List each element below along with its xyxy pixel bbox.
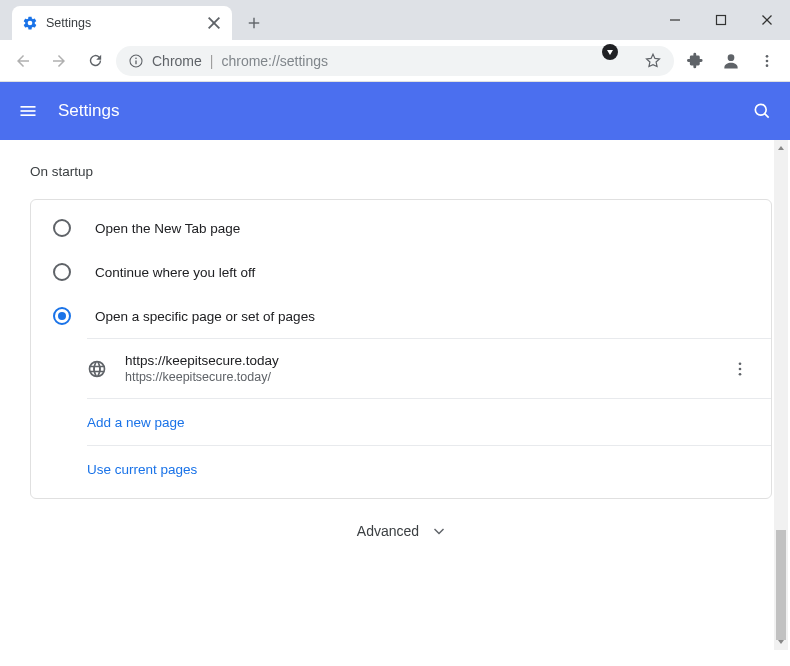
window-controls bbox=[652, 0, 790, 40]
gear-icon bbox=[22, 15, 38, 31]
maximize-button[interactable] bbox=[698, 0, 744, 40]
svg-line-19 bbox=[765, 114, 769, 118]
svg-point-12 bbox=[766, 55, 769, 58]
option-label: Open the New Tab page bbox=[95, 221, 240, 236]
add-page-link[interactable]: Add a new page bbox=[87, 415, 185, 430]
add-page-row[interactable]: Add a new page bbox=[87, 398, 771, 445]
address-bar[interactable]: Chrome | chrome://settings bbox=[116, 46, 674, 76]
option-new-tab[interactable]: Open the New Tab page bbox=[31, 206, 771, 250]
settings-header: Settings bbox=[0, 82, 790, 140]
radio-icon[interactable] bbox=[53, 263, 71, 281]
content-area: On startup Open the New Tab page Continu… bbox=[0, 140, 790, 666]
minimize-button[interactable] bbox=[652, 0, 698, 40]
forward-button[interactable] bbox=[44, 46, 74, 76]
option-label: Continue where you left off bbox=[95, 265, 255, 280]
use-current-row[interactable]: Use current pages bbox=[87, 445, 771, 492]
svg-point-21 bbox=[739, 367, 742, 370]
close-tab-icon[interactable] bbox=[206, 15, 222, 31]
startup-page-row: https://keepitsecure.today https://keepi… bbox=[87, 339, 771, 398]
url-divider: | bbox=[210, 53, 214, 69]
vertical-scrollbar[interactable] bbox=[774, 140, 788, 650]
scroll-down-icon[interactable] bbox=[774, 634, 788, 650]
use-current-link[interactable]: Use current pages bbox=[87, 462, 197, 477]
option-label: Open a specific page or set of pages bbox=[95, 309, 315, 324]
svg-rect-16 bbox=[21, 110, 36, 112]
svg-rect-10 bbox=[135, 60, 136, 64]
search-icon[interactable] bbox=[752, 101, 772, 121]
startup-card: Open the New Tab page Continue where you… bbox=[30, 199, 772, 499]
advanced-label: Advanced bbox=[357, 523, 419, 539]
scroll-up-icon[interactable] bbox=[774, 140, 788, 156]
svg-point-22 bbox=[739, 372, 742, 375]
menu-button[interactable] bbox=[752, 46, 782, 76]
chevron-down-icon bbox=[433, 525, 445, 537]
startup-pages-list: https://keepitsecure.today https://keepi… bbox=[87, 338, 771, 492]
site-info-icon[interactable] bbox=[128, 53, 144, 69]
url-scheme: Chrome bbox=[152, 53, 202, 69]
startup-page-url: https://keepitsecure.today/ bbox=[125, 370, 713, 384]
toolbar: Chrome | chrome://settings bbox=[0, 40, 790, 82]
media-control-icon[interactable] bbox=[602, 44, 618, 60]
section-title: On startup bbox=[30, 164, 772, 179]
back-button[interactable] bbox=[8, 46, 38, 76]
bookmark-star-icon[interactable] bbox=[644, 52, 662, 70]
svg-point-13 bbox=[766, 59, 769, 62]
radio-icon-selected[interactable] bbox=[53, 307, 71, 325]
svg-rect-1 bbox=[717, 16, 726, 25]
svg-point-9 bbox=[135, 57, 137, 59]
hamburger-menu-icon[interactable] bbox=[18, 101, 38, 121]
svg-rect-17 bbox=[21, 114, 36, 116]
globe-icon bbox=[87, 359, 107, 379]
advanced-toggle[interactable]: Advanced bbox=[30, 499, 772, 547]
scrollbar-thumb[interactable] bbox=[776, 530, 786, 640]
more-actions-icon[interactable] bbox=[731, 360, 749, 378]
svg-point-20 bbox=[739, 362, 742, 365]
url-text: chrome://settings bbox=[221, 53, 328, 69]
new-tab-button[interactable] bbox=[240, 9, 268, 37]
option-specific-page[interactable]: Open a specific page or set of pages bbox=[31, 294, 771, 338]
profile-button[interactable] bbox=[716, 46, 746, 76]
startup-page-title: https://keepitsecure.today bbox=[125, 353, 713, 368]
svg-point-18 bbox=[755, 104, 766, 115]
radio-icon[interactable] bbox=[53, 219, 71, 237]
reload-button[interactable] bbox=[80, 46, 110, 76]
tab-title: Settings bbox=[46, 16, 198, 30]
svg-rect-15 bbox=[21, 106, 36, 108]
close-window-button[interactable] bbox=[744, 0, 790, 40]
extensions-button[interactable] bbox=[680, 46, 710, 76]
page-title: Settings bbox=[58, 101, 732, 121]
svg-point-11 bbox=[728, 54, 735, 61]
browser-tab[interactable]: Settings bbox=[12, 6, 232, 40]
startup-page-info: https://keepitsecure.today https://keepi… bbox=[125, 353, 713, 384]
svg-point-14 bbox=[766, 64, 769, 67]
option-continue[interactable]: Continue where you left off bbox=[31, 250, 771, 294]
